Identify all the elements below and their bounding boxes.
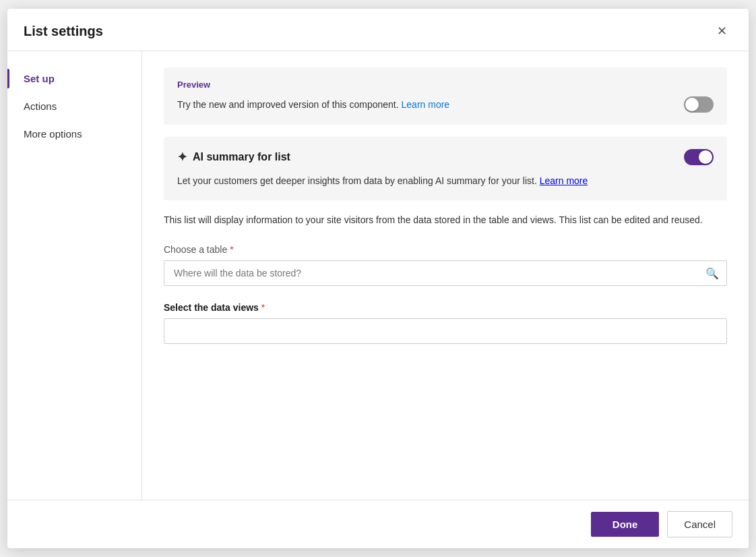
sidebar-item-label: Actions: [24, 100, 57, 112]
ai-summary-card: ✦ AI summary for list Let your customers…: [164, 137, 727, 200]
main-content: Preview Try the new and improved version…: [142, 51, 749, 500]
preview-card: Preview Try the new and improved version…: [164, 67, 727, 125]
choose-table-input-wrapper: 🔍: [164, 260, 727, 286]
ai-toggle-knob: [699, 150, 712, 164]
dialog-body: Set up Actions More options Preview Try …: [7, 51, 749, 500]
cancel-button[interactable]: Cancel: [667, 511, 732, 537]
close-button[interactable]: ✕: [712, 21, 732, 41]
preview-learn-more-link[interactable]: Learn more: [402, 99, 450, 110]
dialog-header: List settings ✕: [7, 9, 749, 51]
done-button[interactable]: Done: [591, 512, 660, 537]
choose-table-input[interactable]: [164, 260, 727, 286]
sidebar: Set up Actions More options: [7, 51, 142, 500]
sidebar-item-label: Set up: [24, 73, 55, 84]
dialog-footer: Done Cancel: [7, 500, 749, 548]
ai-sparkle-icon: ✦: [177, 150, 187, 165]
sidebar-item-actions[interactable]: Actions: [7, 92, 141, 120]
preview-label: Preview: [177, 80, 714, 90]
ai-card-title: ✦ AI summary for list: [177, 150, 290, 165]
ai-card-title-text: AI summary for list: [193, 151, 290, 163]
ai-toggle-slider: [684, 149, 714, 165]
ai-card-header: ✦ AI summary for list: [177, 149, 714, 165]
preview-toggle[interactable]: [684, 96, 714, 113]
preview-toggle-knob: [685, 98, 699, 111]
ai-toggle[interactable]: [684, 149, 714, 165]
preview-toggle-slider: [684, 96, 714, 113]
description-text: This list will display information to yo…: [164, 212, 727, 227]
sidebar-item-more-options[interactable]: More options: [7, 120, 141, 148]
dialog-title: List settings: [24, 24, 103, 39]
sidebar-item-label: More options: [24, 128, 82, 140]
choose-table-label: Choose a table*: [164, 244, 727, 255]
data-views-label: Select the data views*: [164, 302, 727, 313]
list-settings-dialog: List settings ✕ Set up Actions More opti…: [7, 9, 749, 548]
dialog-overlay: List settings ✕ Set up Actions More opti…: [0, 0, 756, 557]
data-views-input[interactable]: [164, 318, 727, 344]
ai-card-body: Let your customers get deeper insights f…: [177, 173, 714, 188]
close-icon: ✕: [717, 24, 727, 38]
ai-learn-more-link[interactable]: Learn more: [540, 175, 588, 186]
preview-card-row: Try the new and improved version of this…: [177, 96, 714, 113]
preview-text: Try the new and improved version of this…: [177, 98, 673, 112]
sidebar-item-setup[interactable]: Set up: [7, 65, 141, 92]
